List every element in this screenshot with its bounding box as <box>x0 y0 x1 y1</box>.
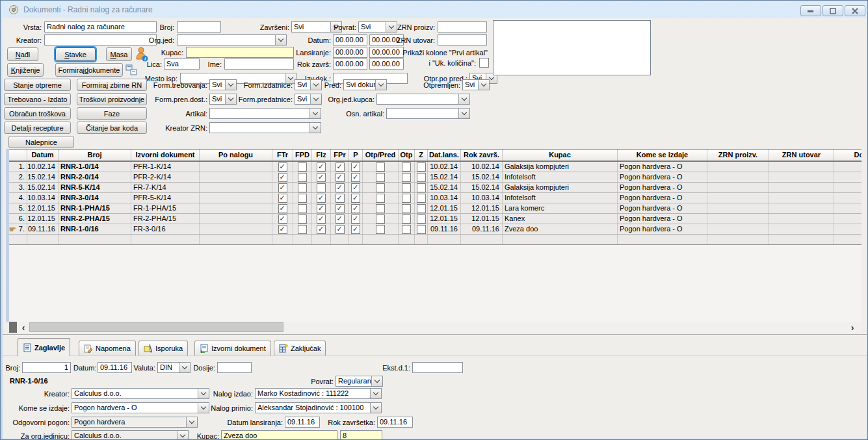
column-header-z[interactable]: Z <box>415 149 428 161</box>
kupac-filter-input[interactable] <box>186 47 294 58</box>
chevron-down-icon[interactable] <box>310 80 321 90</box>
cell-z[interactable] <box>415 172 428 182</box>
detail-datum-input[interactable]: 09.11.16 <box>98 362 132 373</box>
detail-broj-input[interactable]: 1 <box>22 362 71 373</box>
cell-p[interactable] <box>349 183 363 192</box>
fiz-checkbox[interactable] <box>317 183 326 192</box>
cell-otp-pred[interactable] <box>363 214 399 224</box>
fpr-checkbox[interactable] <box>335 204 345 213</box>
cell-fpr[interactable] <box>331 193 349 203</box>
ime-input[interactable] <box>224 58 294 70</box>
z-checkbox[interactable] <box>417 162 426 172</box>
cell-fiz[interactable] <box>312 172 331 182</box>
fpd-checkbox[interactable] <box>298 173 307 182</box>
otp-checkbox[interactable] <box>402 225 411 234</box>
valuta-combo[interactable]: DIN <box>157 362 191 373</box>
person-info-icon[interactable]: i <box>135 46 148 65</box>
documents-table[interactable]: DatumBrojIzvorni dokumentPo naloguFTrFPD… <box>9 149 861 322</box>
chevron-down-icon[interactable] <box>186 417 197 427</box>
fpd-checkbox[interactable] <box>298 194 307 203</box>
otp-pred-checkbox[interactable] <box>376 225 385 234</box>
otp-checkbox[interactable] <box>402 194 411 203</box>
odgovorni-pogon-combo[interactable]: Pogon hardvera <box>72 417 198 428</box>
column-header-izvorni-dokument[interactable]: Izvorni dokument <box>131 149 200 161</box>
chevron-down-icon[interactable] <box>375 80 386 90</box>
table-row[interactable]: 2.15.02.14RNR-2-0/14PFR-2-K/1415.02.1415… <box>9 172 861 183</box>
notes-listbox[interactable] <box>493 20 651 75</box>
datum-lansiranja-input[interactable]: 09.11.16 <box>285 417 320 428</box>
chevron-down-icon[interactable] <box>458 109 469 118</box>
z-checkbox[interactable] <box>417 194 426 203</box>
table-row[interactable]: 1.10.02.14RNR-1-0/14PFR-1-K/1410.02.1410… <box>9 162 861 172</box>
formiraj-zbirne-rn-button[interactable]: Formiraj zbirne RN <box>77 79 147 91</box>
fpr-checkbox[interactable] <box>335 183 345 192</box>
cell-fpr[interactable] <box>331 203 349 213</box>
p-checkbox[interactable] <box>351 173 360 182</box>
z-checkbox[interactable] <box>417 214 426 224</box>
stavke-button[interactable]: Stavke <box>55 47 96 61</box>
p-checkbox[interactable] <box>351 204 360 213</box>
chevron-down-icon[interactable] <box>198 389 209 398</box>
empty-table-row[interactable] <box>9 235 861 245</box>
tab-isporuka[interactable]: Isporuka <box>138 341 188 356</box>
column-header-rok-zavrs[interactable]: Rok završ. <box>461 149 503 161</box>
uk-kolicina-checkbox[interactable] <box>479 58 489 68</box>
chevron-down-icon[interactable] <box>370 389 381 398</box>
osn-artikal-combo[interactable] <box>386 108 470 119</box>
zrn-utovar-input[interactable] <box>438 34 487 45</box>
masa-button[interactable]: Masa <box>106 47 132 61</box>
cell-fpd[interactable] <box>293 214 312 224</box>
chevron-down-icon[interactable] <box>370 403 381 413</box>
ftr-checkbox[interactable] <box>278 204 287 213</box>
lansiranje-from-input[interactable]: 00.00.00 <box>333 47 367 58</box>
tab-zakljucak[interactable]: Zaključak <box>274 341 326 356</box>
fpd-checkbox[interactable] <box>298 204 307 213</box>
cell-p[interactable] <box>349 224 363 234</box>
cell-fiz[interactable] <box>312 214 331 224</box>
ftr-checkbox[interactable] <box>278 162 287 172</box>
chevron-down-icon[interactable] <box>177 431 188 440</box>
cell-otp[interactable] <box>399 193 415 203</box>
table-row[interactable]: 5.12.01.15RNR-1-PHA/15FR-1-PHA/1512.01.1… <box>9 203 861 214</box>
detail-kreator-combo[interactable]: Calculus d.o.o. <box>72 388 209 399</box>
column-header-row-number[interactable] <box>9 149 27 161</box>
cell-fpr[interactable] <box>331 214 349 224</box>
otp-checkbox[interactable] <box>402 173 411 182</box>
fpr-checkbox[interactable] <box>335 162 345 172</box>
cell-fpd[interactable] <box>293 193 312 203</box>
cell-ftr[interactable] <box>272 203 293 213</box>
cell-z[interactable] <box>415 193 428 203</box>
column-header-p[interactable]: P <box>349 149 363 161</box>
fiz-checkbox[interactable] <box>317 204 326 213</box>
chevron-down-icon[interactable] <box>179 363 190 372</box>
cell-p[interactable] <box>349 203 363 213</box>
cell-otp[interactable] <box>399 224 415 234</box>
z-checkbox[interactable] <box>417 225 426 234</box>
pred-combo[interactable]: Svi dokum. <box>343 79 387 90</box>
detalji-recepture-button[interactable]: Detalji recepture <box>4 122 71 134</box>
cell-ftr[interactable] <box>272 214 293 224</box>
otp-checkbox[interactable] <box>402 204 411 213</box>
otp-checkbox[interactable] <box>402 183 411 192</box>
detail-kupac-code-input[interactable]: 8 <box>340 430 382 440</box>
formiraj-dokumente-button[interactable]: Formiraj dokumente <box>55 63 123 77</box>
column-header-fiz[interactable]: FIz <box>312 149 331 161</box>
cell-fpr[interactable] <box>331 224 349 234</box>
nalog-primio-combo[interactable]: Aleksandar Stojadinović : 100100 <box>255 402 382 413</box>
cell-otp[interactable] <box>399 214 415 224</box>
chevron-down-icon[interactable] <box>371 376 382 386</box>
org-chart-icon[interactable] <box>125 64 137 79</box>
artikal-combo[interactable] <box>209 108 321 119</box>
stanje-otpreme-button[interactable]: Stanje otpreme <box>4 79 71 91</box>
cell-fpd[interactable] <box>293 183 312 192</box>
ftr-checkbox[interactable] <box>278 225 287 234</box>
fiz-checkbox[interactable] <box>317 225 326 234</box>
cell-ftr[interactable] <box>272 193 293 203</box>
org-jed-kupca-combo[interactable] <box>376 94 470 105</box>
p-checkbox[interactable] <box>351 214 360 224</box>
chevron-down-icon[interactable] <box>458 94 469 104</box>
cell-fpr[interactable] <box>331 162 349 172</box>
minimize-button[interactable] <box>800 5 821 16</box>
fpd-checkbox[interactable] <box>298 162 307 172</box>
p-checkbox[interactable] <box>351 225 360 234</box>
